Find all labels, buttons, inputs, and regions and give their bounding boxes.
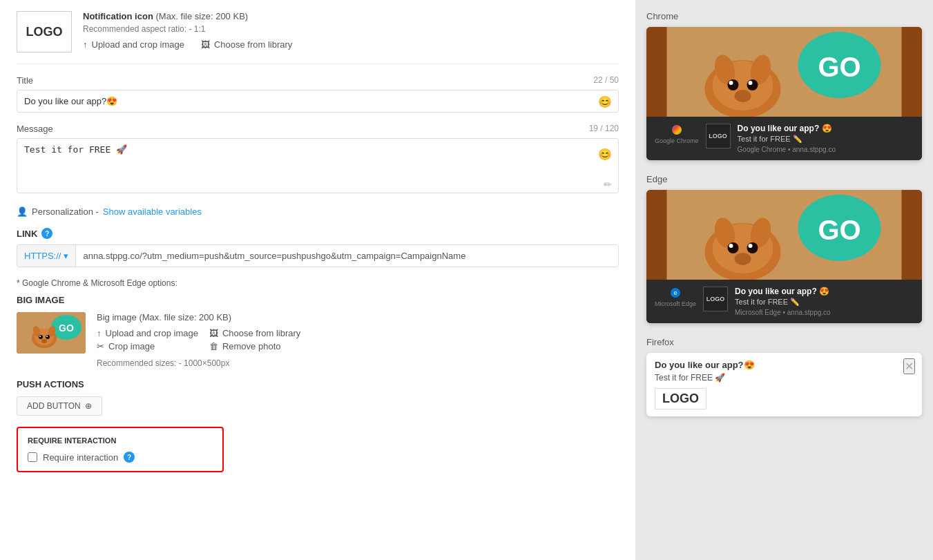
svg-point-7: [39, 335, 43, 339]
chrome-scene-svg: GO: [646, 27, 922, 117]
chrome-notif-content: Do you like our app? 😍 Test it for FREE …: [738, 124, 914, 153]
big-upload-icon: ↑: [97, 328, 102, 338]
crop-icon: ✂: [97, 341, 104, 351]
chrome-notification: Google Chrome LOGO Do you like our app? …: [646, 117, 922, 160]
left-panel: LOGO Notification icon (Max. file size: …: [0, 0, 635, 560]
edge-scene-svg: GO: [646, 190, 922, 280]
big-library-button[interactable]: 🖼 Choose from library: [209, 328, 311, 338]
chrome-preview-image: GO: [646, 27, 922, 117]
notification-icon-section: LOGO Notification icon (Max. file size: …: [17, 11, 619, 64]
svg-text:GO: GO: [59, 322, 74, 334]
edge-notification: e Microsoft Edge LOGO Do you like our ap…: [646, 280, 922, 323]
svg-point-33: [729, 244, 733, 248]
remove-icon: 🗑: [209, 341, 218, 351]
link-label: LINK ?: [17, 228, 619, 239]
add-button-btn[interactable]: ADD BUTTON ⊕: [17, 396, 102, 416]
svg-point-21: [729, 81, 733, 85]
right-panel: Chrome GO: [635, 0, 933, 560]
require-interaction-section: REQUIRE INTERACTION Require interaction …: [17, 427, 224, 472]
person-icon: 👤: [17, 206, 28, 217]
link-help-icon[interactable]: ?: [41, 228, 52, 239]
title-input[interactable]: [17, 90, 619, 113]
edge-browser-icon: e: [671, 288, 680, 298]
svg-point-34: [749, 244, 753, 248]
firefox-close-button[interactable]: ✕: [903, 358, 915, 374]
svg-point-10: [46, 336, 48, 337]
firefox-logo: LOGO: [655, 388, 706, 409]
big-image-preview: GO: [17, 312, 86, 354]
link-input-row: HTTPS:// ▾: [17, 244, 619, 267]
edit-icon: ✏: [604, 179, 612, 190]
title-label: Title: [17, 75, 33, 86]
logo-preview: LOGO: [17, 11, 72, 52]
chrome-notif-body: Test it for FREE ✏️: [738, 135, 914, 144]
big-upload-button[interactable]: ↑ Upload and crop image: [97, 328, 198, 338]
require-interaction-checkbox[interactable]: [28, 452, 37, 462]
title-section: Title 22 / 50 😊: [17, 75, 619, 113]
icon-actions: ↑ Upload and crop image 🖼 Choose from li…: [83, 39, 292, 50]
big-image-section: BIG IMAGE GO: [17, 295, 619, 368]
push-actions-title: PUSH ACTIONS: [17, 379, 619, 389]
svg-point-9: [39, 336, 41, 337]
choose-library-button[interactable]: 🖼 Choose from library: [201, 39, 292, 50]
big-image-buttons: ↑ Upload and crop image 🖼 Choose from li…: [97, 328, 311, 351]
edge-browser-name: Microsoft Edge: [655, 300, 696, 307]
firefox-preview-card: ✕ Do you like our app?😍 Test it for FREE…: [646, 353, 922, 416]
upload-crop-button[interactable]: ↑ Upload and crop image: [83, 39, 184, 50]
add-icon: ⊕: [85, 401, 92, 411]
link-url-input[interactable]: [76, 245, 618, 267]
big-image-svg: GO: [17, 312, 86, 354]
message-header: Message 19 / 120: [17, 124, 619, 134]
chrome-browser-icon: [672, 125, 682, 135]
big-library-icon: 🖼: [209, 328, 218, 338]
recommended-sizes: Recommended sizes: - 1000×500px: [97, 358, 311, 368]
chrome-notif-logo: LOGO: [706, 124, 731, 148]
show-variables-link[interactable]: Show available variables: [103, 206, 202, 217]
edge-preview-image: GO: [646, 190, 922, 280]
chrome-browser-name: Google Chrome: [655, 137, 699, 144]
crop-button[interactable]: ✂ Crop image: [97, 341, 198, 351]
edge-notif-title: Do you like our app? 😍: [735, 287, 914, 296]
firefox-notif-title: Do you like our app?😍: [655, 360, 914, 370]
message-input[interactable]: Test it for FREE 🚀: [17, 138, 619, 193]
edge-preview-card: GO e Microsoft Edge LOGO: [646, 190, 922, 323]
firefox-preview-section: Firefox ✕ Do you like our app?😍 Test it …: [646, 337, 922, 416]
edge-notif-source: Microsoft Edge • anna.stppg.co: [735, 309, 914, 316]
notification-icon-label: Notification icon (Max. file size: 200 K…: [83, 11, 292, 21]
edge-notif-body: Test it for FREE ✏️: [735, 298, 914, 307]
message-section: Message 19 / 120 Test it for FREE 🚀 😊 ✏: [17, 124, 619, 195]
svg-point-35: [735, 253, 751, 265]
firefox-label: Firefox: [646, 337, 922, 347]
link-section: LINK ? HTTPS:// ▾: [17, 228, 619, 267]
require-interaction-row: Require interaction ?: [28, 452, 213, 463]
message-label: Message: [17, 124, 53, 134]
firefox-notif-body: Test it for FREE 🚀: [655, 373, 914, 383]
push-actions-section: PUSH ACTIONS ADD BUTTON ⊕: [17, 379, 619, 416]
svg-text:GO: GO: [818, 215, 860, 245]
require-interaction-help-icon[interactable]: ?: [124, 452, 135, 463]
edge-notif-logo: LOGO: [703, 287, 728, 311]
chevron-down-icon: ▾: [64, 251, 68, 261]
message-emoji-button[interactable]: 😊: [598, 148, 612, 161]
title-header: Title 22 / 50: [17, 75, 619, 86]
svg-point-23: [735, 90, 751, 102]
upload-icon: ↑: [83, 39, 88, 50]
big-image-title: BIG IMAGE: [17, 295, 619, 305]
svg-point-20: [747, 79, 758, 90]
edge-label: Edge: [646, 174, 922, 184]
svg-text:GO: GO: [818, 52, 860, 82]
personalization-row: 👤 Personalization - Show available varia…: [17, 206, 619, 217]
protocol-select[interactable]: HTTPS:// ▾: [17, 245, 76, 267]
chrome-preview-card: GO Google Chrome LOGO: [646, 27, 922, 160]
require-interaction-label: Require interaction: [43, 452, 118, 463]
title-emoji-button[interactable]: 😊: [598, 95, 612, 108]
svg-point-8: [46, 335, 50, 339]
remove-photo-button[interactable]: 🗑 Remove photo: [209, 341, 311, 351]
svg-point-11: [41, 339, 47, 343]
chrome-notif-title: Do you like our app? 😍: [738, 124, 914, 133]
message-input-wrapper: Test it for FREE 🚀 😊 ✏: [17, 138, 619, 195]
aspect-ratio-label: Recommended aspect ratio: - 1:1: [83, 24, 292, 34]
svg-point-22: [749, 81, 753, 85]
message-count: 19 / 120: [589, 124, 619, 134]
require-interaction-title: REQUIRE INTERACTION: [28, 436, 213, 445]
